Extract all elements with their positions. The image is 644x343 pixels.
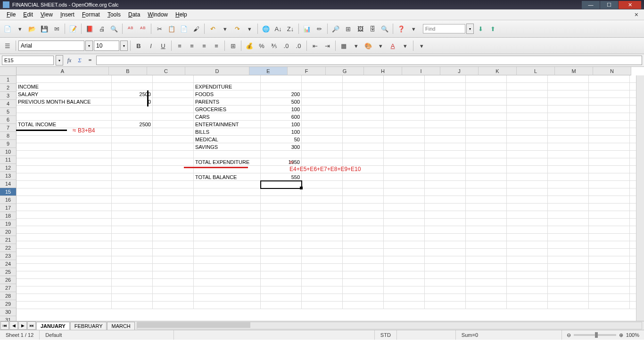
cell-L29[interactable]	[548, 286, 589, 294]
cell-D11[interactable]	[194, 151, 261, 158]
cell-K7[interactable]	[507, 121, 548, 128]
gallery-button[interactable]: 🖼	[355, 23, 366, 34]
column-header-H[interactable]: H	[364, 67, 402, 75]
cell-K6[interactable]	[507, 113, 548, 121]
navigator-button[interactable]: ⊞	[342, 23, 354, 34]
cell-E17[interactable]	[261, 196, 302, 204]
cell-B25[interactable]	[112, 256, 153, 264]
cell-J18[interactable]	[466, 204, 507, 211]
window-close-button[interactable]: ✕	[619, 1, 641, 9]
cell-L11[interactable]	[548, 151, 589, 158]
column-header-I[interactable]: I	[402, 67, 440, 75]
cell-G9[interactable]	[343, 136, 384, 143]
row-header-25[interactable]: 25	[0, 268, 17, 276]
cell-M3[interactable]	[589, 90, 630, 98]
row-header-14[interactable]: 14	[0, 180, 17, 188]
status-mode[interactable]: STD	[375, 330, 397, 340]
cell-K11[interactable]	[507, 151, 548, 158]
cell-F28[interactable]	[302, 279, 343, 286]
cell-H10[interactable]	[384, 143, 425, 151]
cell-A15[interactable]	[17, 181, 112, 188]
cell-C26[interactable]	[153, 264, 194, 271]
cell-G14[interactable]	[343, 173, 384, 181]
cell-D20[interactable]	[194, 219, 261, 226]
cell-G5[interactable]	[343, 106, 384, 113]
cell-H28[interactable]	[384, 279, 425, 286]
cell-E3[interactable]: 200	[261, 90, 302, 98]
cell-L24[interactable]	[548, 249, 589, 256]
cell-H14[interactable]	[384, 173, 425, 181]
cell-C18[interactable]	[153, 204, 194, 211]
cell-J1[interactable]	[466, 75, 507, 83]
cell-M7[interactable]	[589, 121, 630, 128]
column-header-M[interactable]: M	[555, 67, 593, 75]
cell-I3[interactable]	[425, 90, 466, 98]
cell-B27[interactable]	[112, 271, 153, 279]
cell-L7[interactable]	[548, 121, 589, 128]
cell-C29[interactable]	[153, 286, 194, 294]
cell-L28[interactable]	[548, 279, 589, 286]
cell-I18[interactable]	[425, 204, 466, 211]
cell-H5[interactable]	[384, 106, 425, 113]
cell-I2[interactable]	[425, 83, 466, 90]
cell-L17[interactable]	[548, 196, 589, 204]
tab-last-button[interactable]: ⏭	[27, 321, 36, 330]
cell-H30[interactable]	[384, 294, 425, 302]
cell-G7[interactable]	[343, 121, 384, 128]
cell-B23[interactable]	[112, 241, 153, 249]
cell-L15[interactable]	[548, 181, 589, 188]
cell-D21[interactable]	[194, 226, 261, 234]
cell-G25[interactable]	[343, 256, 384, 264]
cell-J23[interactable]	[466, 241, 507, 249]
row-header-18[interactable]: 18	[0, 212, 17, 220]
cell-A16[interactable]	[17, 188, 112, 196]
cell-K31[interactable]	[507, 302, 548, 309]
align-justify-button[interactable]: ≡	[211, 40, 222, 51]
cell-B28[interactable]	[112, 279, 153, 286]
cell-J15[interactable]	[466, 181, 507, 188]
cell-C3[interactable]	[153, 90, 194, 98]
cell-I29[interactable]	[425, 286, 466, 294]
cell-E10[interactable]: 300	[261, 143, 302, 151]
cell-D5[interactable]: GROCERIES	[194, 106, 261, 113]
row-header-2[interactable]: 2	[0, 84, 17, 92]
cell-M25[interactable]	[589, 256, 630, 264]
email-button[interactable]: ✉	[51, 23, 62, 34]
cell-M10[interactable]	[589, 143, 630, 151]
cell-J10[interactable]	[466, 143, 507, 151]
cell-E28[interactable]	[261, 279, 302, 286]
row-header-22[interactable]: 22	[0, 244, 17, 252]
cell-M27[interactable]	[589, 271, 630, 279]
new-dropdown-icon[interactable]: ▾	[14, 23, 25, 34]
cell-A27[interactable]	[17, 271, 112, 279]
cell-M12[interactable]	[589, 158, 630, 166]
row-header-26[interactable]: 26	[0, 276, 17, 284]
cell-F26[interactable]	[302, 264, 343, 271]
cell-M26[interactable]	[589, 264, 630, 271]
row-header-6[interactable]: 6	[0, 116, 17, 124]
bgcolor-button[interactable]: 🎨	[363, 40, 374, 51]
cell-H21[interactable]	[384, 226, 425, 234]
cell-E15[interactable]	[261, 181, 302, 188]
cell-L6[interactable]	[548, 113, 589, 121]
cell-B7[interactable]: 2500	[112, 121, 153, 128]
cell-M9[interactable]	[589, 136, 630, 143]
cell-F10[interactable]	[302, 143, 343, 151]
cell-M17[interactable]	[589, 196, 630, 204]
cell-I31[interactable]	[425, 302, 466, 309]
cell-A2[interactable]: INCOME	[17, 83, 112, 90]
cell-A30[interactable]	[17, 294, 112, 302]
cell-H19[interactable]	[384, 211, 425, 219]
row-header-12[interactable]: 12	[0, 164, 17, 172]
cell-J5[interactable]	[466, 106, 507, 113]
spreadsheet-grid[interactable]: 1234567891011121314151617181920212223242…	[0, 67, 644, 321]
document-close-button[interactable]: ×	[632, 11, 641, 18]
cell-H17[interactable]	[384, 196, 425, 204]
fontcolor-button[interactable]: A	[387, 40, 398, 51]
cell-J26[interactable]	[466, 264, 507, 271]
cell-G26[interactable]	[343, 264, 384, 271]
menu-edit[interactable]: Edit	[19, 10, 37, 19]
cell-K16[interactable]	[507, 188, 548, 196]
cell-E29[interactable]	[261, 286, 302, 294]
cell-E8[interactable]: 100	[261, 128, 302, 136]
